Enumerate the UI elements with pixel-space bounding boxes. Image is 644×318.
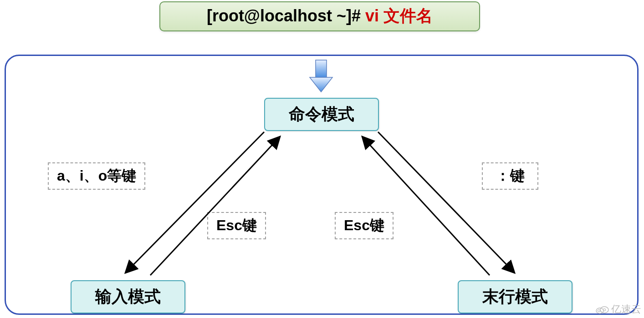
svg-line-6: [362, 136, 490, 275]
svg-point-8: [600, 307, 608, 313]
svg-line-3: [125, 132, 264, 273]
svg-line-5: [378, 132, 515, 273]
watermark: 亿速云: [595, 303, 641, 316]
cloud-icon: [595, 304, 609, 314]
watermark-text: 亿速云: [611, 303, 641, 316]
svg-line-4: [150, 136, 280, 275]
arrow-command-to-insert: [0, 0, 644, 318]
svg-point-9: [598, 310, 600, 312]
